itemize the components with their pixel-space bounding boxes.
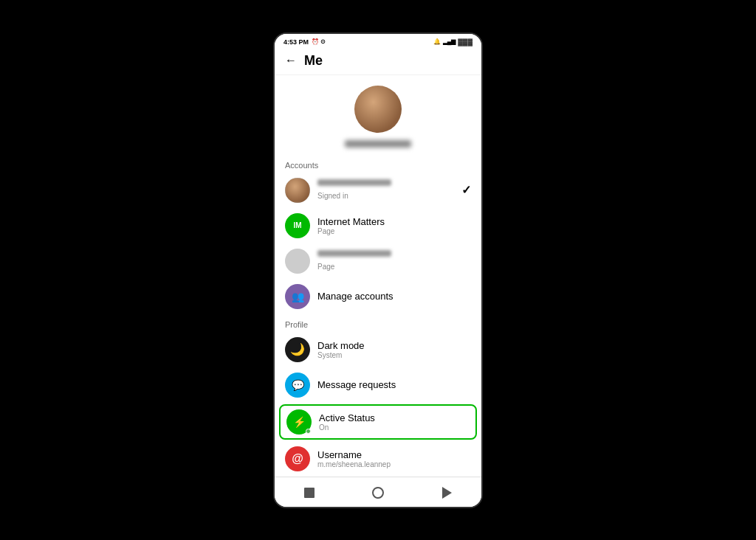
message-requests-icon-shape: 💬 xyxy=(292,379,304,391)
internet-matters-icon: IM xyxy=(285,213,310,238)
active-status-icon: ⚡ xyxy=(286,409,312,435)
notification-icons: ⏰ ⊙ xyxy=(312,38,326,45)
dark-mode-icon-shape: 🌙 xyxy=(290,342,305,356)
dark-mode-title: Dark mode xyxy=(317,340,471,351)
active-checkmark: ✓ xyxy=(461,183,471,197)
message-requests-item[interactable]: 💬 Message requests xyxy=(275,367,481,403)
profile-name-blurred xyxy=(345,140,411,148)
blurred-page-name xyxy=(317,250,391,257)
back-nav-button[interactable] xyxy=(439,485,455,501)
square-icon xyxy=(304,488,315,498)
accounts-section-label: Accounts xyxy=(275,161,481,173)
internet-matters-text: Internet Matters Page xyxy=(317,216,471,235)
signed-in-text: Signed in xyxy=(317,179,461,201)
message-requests-title: Message requests xyxy=(317,379,471,390)
username-icon: @ xyxy=(285,446,310,471)
active-dot xyxy=(306,429,311,434)
header: ← Me xyxy=(275,49,481,75)
blurred-page-subtitle: Page xyxy=(317,263,334,271)
username-title: Username xyxy=(317,449,471,460)
phone-frame: 4:53 PM ⏰ ⊙ 🔔 ▂▄▆ ▓▓▓ ← Me Accounts Si xyxy=(275,34,481,507)
accounts-section: Accounts Signed in ✓ IM Internet Matters… xyxy=(275,155,481,314)
signed-in-account-item[interactable]: Signed in ✓ xyxy=(275,173,481,208)
signed-in-avatar-image xyxy=(285,178,310,203)
active-status-title: Active Status xyxy=(319,412,470,423)
dark-mode-item[interactable]: 🌙 Dark mode System xyxy=(275,332,481,367)
username-subtitle: m.me/sheena.leannep xyxy=(317,460,471,468)
dark-mode-subtitle: System xyxy=(317,351,471,359)
username-icon-shape: @ xyxy=(292,452,303,465)
internet-matters-subtitle: Page xyxy=(317,227,471,235)
dark-mode-icon: 🌙 xyxy=(285,337,310,362)
blurred-page-avatar xyxy=(285,249,310,274)
active-status-text: Active Status On xyxy=(319,412,470,432)
username-text: Username m.me/sheena.leannep xyxy=(317,449,471,468)
status-bar: 4:53 PM ⏰ ⊙ 🔔 ▂▄▆ ▓▓▓ xyxy=(275,34,481,49)
manage-accounts-icon: 👥 xyxy=(285,284,310,309)
dark-mode-text: Dark mode System xyxy=(317,340,471,359)
blurred-page-text: Page xyxy=(317,250,471,272)
battery-icon: ▓▓▓ xyxy=(458,38,472,46)
signal-icon: ▂▄▆ xyxy=(443,38,456,45)
manage-accounts-title: Manage accounts xyxy=(317,291,471,302)
home-nav-button[interactable] xyxy=(301,485,317,501)
active-status-item[interactable]: ⚡ Active Status On xyxy=(279,404,477,440)
triangle-icon xyxy=(442,487,452,499)
recent-nav-button[interactable] xyxy=(370,485,386,501)
username-item[interactable]: @ Username m.me/sheena.leannep xyxy=(275,441,481,477)
status-left: 4:53 PM ⏰ ⊙ xyxy=(284,38,326,46)
internet-matters-title: Internet Matters xyxy=(317,216,471,227)
signed-in-avatar xyxy=(285,178,310,203)
bottom-navigation xyxy=(275,477,481,507)
signed-in-name-blurred xyxy=(317,179,391,186)
manage-accounts-icon-shape: 👥 xyxy=(292,291,304,302)
internet-matters-item[interactable]: IM Internet Matters Page xyxy=(275,208,481,243)
time-display: 4:53 PM xyxy=(284,38,309,46)
manage-accounts-text: Manage accounts xyxy=(317,291,471,302)
blurred-page-item[interactable]: Page xyxy=(275,243,481,279)
profile-menu-section: Profile 🌙 Dark mode System 💬 Message req… xyxy=(275,314,481,477)
message-requests-icon: 💬 xyxy=(285,373,310,398)
status-right: 🔔 ▂▄▆ ▓▓▓ xyxy=(433,38,472,46)
profile-section-label: Profile xyxy=(275,320,481,332)
avatar[interactable] xyxy=(354,86,402,133)
profile-section xyxy=(275,75,481,155)
active-status-icon-shape: ⚡ xyxy=(293,416,306,428)
avatar-image xyxy=(354,86,402,133)
back-button[interactable]: ← xyxy=(285,54,297,67)
page-title: Me xyxy=(304,53,323,69)
active-status-subtitle: On xyxy=(319,423,470,432)
message-requests-text: Message requests xyxy=(317,379,471,390)
signed-in-subtitle: Signed in xyxy=(317,192,348,200)
circle-icon xyxy=(372,487,384,499)
vibrate-icon: 🔔 xyxy=(433,38,441,45)
manage-accounts-item[interactable]: 👥 Manage accounts xyxy=(275,279,481,314)
